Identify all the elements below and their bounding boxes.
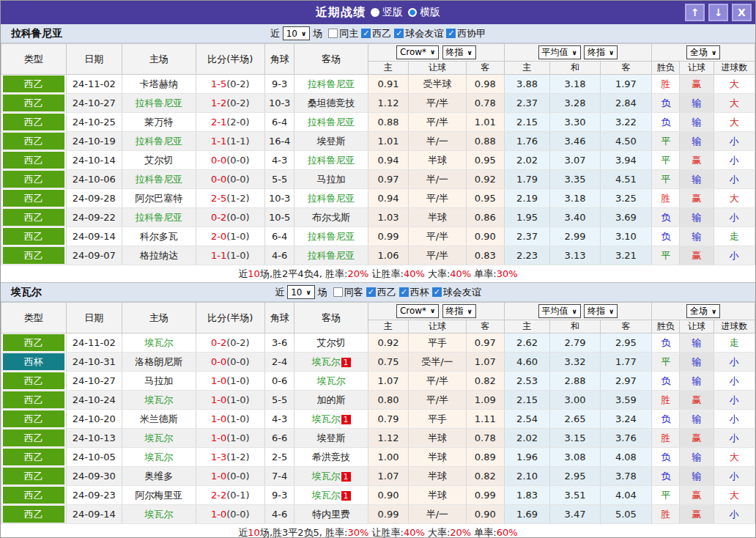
crow-away-odds-cell: 0.78 xyxy=(466,94,504,113)
radio-selected-icon[interactable] xyxy=(408,8,417,17)
result-handicap-cell: 输 xyxy=(680,372,714,391)
filter-option[interactable]: 同客 xyxy=(333,286,363,299)
crow-handicap-cell: 平手 xyxy=(409,410,466,429)
radio-unselected-icon[interactable] xyxy=(371,8,379,17)
home-team-name[interactable]: 埃瓦尔 xyxy=(144,394,173,405)
odds-stage-select[interactable]: 终指∨ xyxy=(442,45,476,59)
away-team-name[interactable]: 特内里费 xyxy=(312,509,350,520)
checkbox-unchecked-icon[interactable] xyxy=(333,287,343,297)
crow-home-odds-cell: 1.12 xyxy=(368,429,408,448)
checkbox-checked-icon[interactable]: ✓ xyxy=(446,29,456,38)
filter-option[interactable]: ✓球会友谊 xyxy=(432,286,481,299)
fulltime-select[interactable]: 全场∨ xyxy=(686,45,720,59)
away-team-name[interactable]: 拉科鲁尼亚 xyxy=(308,193,355,204)
away-team-name[interactable]: 马拉加 xyxy=(317,174,346,185)
away-team-name[interactable]: 拉科鲁尼亚 xyxy=(308,250,355,261)
summary-text: 场,胜2平4负4, 胜率: xyxy=(260,268,348,279)
move-up-button[interactable]: ↑ xyxy=(685,4,705,21)
odds-stage-select[interactable]: 终指∨ xyxy=(442,304,476,318)
home-team-name[interactable]: 奥维多 xyxy=(144,471,173,482)
away-team-name[interactable]: 埃瓦尔 xyxy=(312,413,341,424)
avg-away-odds-cell: 3.78 xyxy=(600,467,651,486)
away-team-name[interactable]: 拉科鲁尼亚 xyxy=(308,78,355,89)
fulltime-score: 1-3 xyxy=(211,452,226,463)
away-team-name[interactable]: 希洪竞技 xyxy=(312,452,350,463)
avg-odds-stage-select[interactable]: 终指∨ xyxy=(584,304,618,318)
filter-option[interactable]: ✓西乙 xyxy=(366,286,396,299)
avg-odds-stage-select[interactable]: 终指∨ xyxy=(584,45,618,59)
result-goals-cell: 小 xyxy=(714,353,755,372)
home-team-name[interactable]: 洛格朗尼斯 xyxy=(135,356,182,367)
filter-option[interactable]: ✓西协甲 xyxy=(446,27,486,40)
away-team-cell: 拉科鲁尼亚 xyxy=(294,75,368,94)
away-team-name[interactable]: 布尔戈斯 xyxy=(312,212,350,223)
avg-draw-odds-cell: 3.00 xyxy=(550,391,600,410)
match-count-select[interactable]: 10 ∨ xyxy=(287,285,315,299)
result-wdl-cell: 负 xyxy=(652,334,680,353)
home-team-name[interactable]: 阿尔巴塞特 xyxy=(135,193,182,204)
home-team-name[interactable]: 埃瓦尔 xyxy=(144,509,173,520)
home-team-name[interactable]: 拉科鲁尼亚 xyxy=(135,174,182,185)
home-team-name[interactable]: 格拉纳达 xyxy=(140,250,178,261)
away-team-name[interactable]: 拉科鲁尼亚 xyxy=(308,155,355,166)
home-team-name[interactable]: 艾尔切 xyxy=(144,155,173,166)
result-goals-cell: 小 xyxy=(714,505,755,524)
result-wdl-cell: 平 xyxy=(652,132,680,151)
away-team-name[interactable]: 埃登斯 xyxy=(317,432,346,443)
away-team-name[interactable]: 艾尔切 xyxy=(317,337,346,348)
layout-horizontal-option[interactable]: 横版 xyxy=(408,6,440,19)
filter-option[interactable]: 同主 xyxy=(328,27,358,40)
close-button[interactable]: X xyxy=(732,4,752,21)
home-team-name[interactable]: 莱万特 xyxy=(144,117,173,128)
home-team-cell: 马拉加 xyxy=(122,372,196,391)
away-team-cell: 埃瓦尔1 xyxy=(294,353,368,372)
away-team-name[interactable]: 埃瓦尔 xyxy=(312,471,341,482)
home-team-name[interactable]: 科尔多瓦 xyxy=(140,231,178,242)
away-team-name[interactable]: 埃瓦尔 xyxy=(312,356,341,367)
home-team-name[interactable]: 卡塔赫纳 xyxy=(140,78,178,89)
bookmaker-select[interactable]: Crow*∨ xyxy=(396,304,440,318)
home-team-name[interactable]: 埃瓦尔 xyxy=(144,452,173,463)
home-team-name[interactable]: 埃瓦尔 xyxy=(144,337,173,348)
away-team-name[interactable]: 拉科鲁尼亚 xyxy=(308,117,355,128)
filter-label: 球会友谊 xyxy=(443,286,481,299)
checkbox-checked-icon[interactable]: ✓ xyxy=(394,29,404,38)
fulltime-select[interactable]: 全场∨ xyxy=(686,304,720,318)
bookmaker-select[interactable]: Crow*∨ xyxy=(396,45,440,59)
away-team-name[interactable]: 拉科鲁尼亚 xyxy=(308,231,355,242)
away-team-name[interactable]: 埃瓦尔 xyxy=(312,490,341,501)
average-select[interactable]: 平均值∨ xyxy=(538,45,581,59)
filter-option[interactable]: ✓西乙 xyxy=(361,27,391,40)
home-team-name[interactable]: 阿尔梅里亚 xyxy=(135,490,182,501)
home-team-name[interactable]: 拉科鲁尼亚 xyxy=(135,136,182,147)
filter-option[interactable]: ✓球会友谊 xyxy=(394,27,443,40)
checkbox-unchecked-icon[interactable] xyxy=(328,29,338,38)
checkbox-checked-icon[interactable]: ✓ xyxy=(361,29,371,38)
match-count-select[interactable]: 10 ∨ xyxy=(283,26,311,40)
result-handicap-cell: 赢 xyxy=(680,151,714,170)
result-wdl-cell: 负 xyxy=(652,467,680,486)
col-header-let: 让球 xyxy=(680,62,714,75)
home-team-name[interactable]: 米兰德斯 xyxy=(140,413,178,424)
checkbox-checked-icon[interactable]: ✓ xyxy=(432,287,442,297)
fulltime-score: 1-0 xyxy=(211,413,226,424)
away-team-name[interactable]: 加的斯 xyxy=(317,394,346,405)
home-team-name[interactable]: 埃瓦尔 xyxy=(144,432,173,443)
home-team-name[interactable]: 马拉加 xyxy=(144,375,173,386)
score-cell: 1-0(0-0) xyxy=(196,505,265,524)
move-down-button[interactable]: ↓ xyxy=(708,4,728,21)
away-team-cell: 埃瓦尔1 xyxy=(294,486,368,505)
filter-option[interactable]: ✓西杯 xyxy=(399,286,429,299)
away-team-name[interactable]: 桑坦德竞技 xyxy=(308,97,355,108)
home-team-name[interactable]: 拉科鲁尼亚 xyxy=(135,97,182,108)
checkbox-checked-icon[interactable]: ✓ xyxy=(366,287,376,297)
avg-draw-odds-cell: 2.95 xyxy=(550,467,600,486)
layout-vertical-option[interactable]: 竖版 xyxy=(371,6,403,19)
checkbox-checked-icon[interactable]: ✓ xyxy=(399,287,409,297)
average-select[interactable]: 平均值∨ xyxy=(538,304,581,318)
away-team-name[interactable]: 埃瓦尔 xyxy=(317,375,346,386)
league-cell: 西乙 xyxy=(1,429,67,448)
away-team-name[interactable]: 埃登斯 xyxy=(317,136,346,147)
home-team-name[interactable]: 拉科鲁尼亚 xyxy=(135,212,182,223)
crow-home-odds-cell: 1.03 xyxy=(368,208,408,227)
